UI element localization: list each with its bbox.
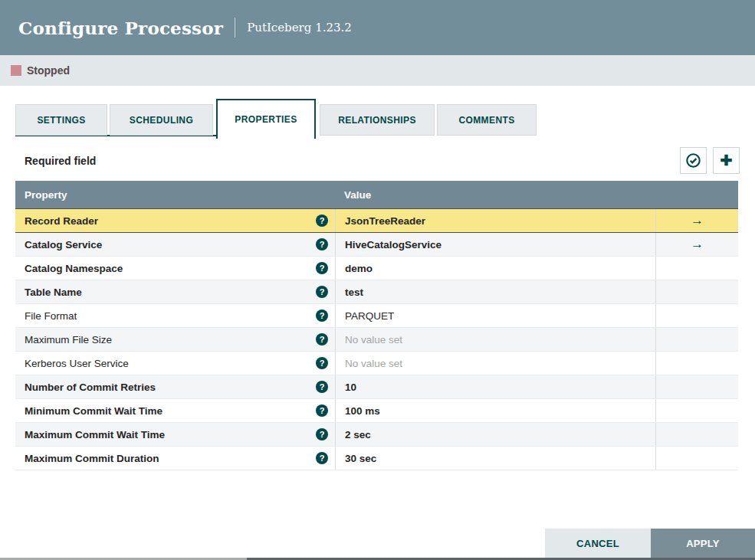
actions-cell: [655, 399, 738, 422]
property-row[interactable]: File Format?PARQUET: [15, 304, 738, 328]
property-value-cell[interactable]: 2 sec: [335, 423, 655, 446]
property-name-cell: Catalog Service?: [15, 233, 335, 256]
properties-table: Property Value Record Reader?JsonTreeRea…: [15, 181, 738, 470]
property-value-cell[interactable]: JsonTreeReader: [335, 209, 655, 232]
property-name: Maximum Commit Wait Time: [25, 429, 165, 440]
property-value-cell[interactable]: 30 sec: [335, 447, 655, 470]
property-value: JsonTreeReader: [345, 215, 425, 227]
property-value-cell[interactable]: demo: [335, 257, 655, 280]
tab-bar: SETTINGSSCHEDULINGPROPERTIESRELATIONSHIP…: [15, 99, 740, 139]
property-name-cell: Maximum Commit Duration?: [15, 447, 335, 470]
question-circle-icon[interactable]: ?: [316, 357, 328, 369]
property-name-cell: File Format?: [15, 304, 335, 327]
question-circle-icon[interactable]: ?: [316, 428, 328, 440]
property-row[interactable]: Minimum Commit Wait Time?100 ms: [15, 399, 738, 423]
property-name-cell: Number of Commit Retries?: [15, 375, 335, 398]
apply-button[interactable]: APPLY: [651, 529, 755, 558]
property-row[interactable]: Maximum File Size?No value set: [15, 328, 738, 352]
property-name: Catalog Namespace: [25, 263, 123, 274]
title-divider: [235, 18, 235, 38]
go-to-service-arrow-icon[interactable]: →: [691, 213, 704, 228]
property-name: Maximum File Size: [25, 334, 112, 345]
tab-settings[interactable]: SETTINGS: [15, 104, 107, 136]
actions-cell: [655, 257, 738, 280]
question-circle-icon[interactable]: ?: [316, 215, 328, 227]
property-row[interactable]: Maximum Commit Duration?30 sec: [15, 447, 738, 470]
processor-type-version: PutIceberg 1.23.2: [247, 21, 352, 34]
required-field-label: Required field: [15, 155, 96, 167]
actions-cell: →: [655, 233, 738, 256]
status-label: Stopped: [27, 64, 70, 77]
property-value: No value set: [345, 334, 402, 345]
tab-properties[interactable]: PROPERTIES: [216, 99, 316, 139]
property-name: Number of Commit Retries: [25, 382, 156, 393]
column-header-property: Property: [15, 181, 335, 208]
property-value-cell[interactable]: 100 ms: [335, 399, 655, 422]
actions-cell: [655, 328, 738, 351]
table-toolbar: Required field ✚: [15, 147, 740, 174]
property-name: Catalog Service: [25, 239, 102, 251]
property-value-cell[interactable]: No value set: [335, 328, 655, 351]
question-circle-icon[interactable]: ?: [316, 286, 328, 298]
question-circle-icon[interactable]: ?: [316, 333, 328, 345]
property-name: Minimum Commit Wait Time: [25, 405, 162, 417]
property-value: PARQUET: [345, 310, 394, 322]
actions-cell: →: [655, 209, 738, 232]
table-header-row: Property Value: [15, 181, 738, 208]
property-row[interactable]: Maximum Commit Wait Time?2 sec: [15, 423, 738, 447]
property-value: HiveCatalogService: [345, 239, 442, 251]
tab-relationships[interactable]: RELATIONSHIPS: [320, 104, 435, 136]
property-name-cell: Maximum Commit Wait Time?: [15, 423, 335, 446]
property-value: test: [345, 287, 363, 298]
property-row[interactable]: Kerberos User Service?No value set: [15, 352, 738, 375]
property-value: 10: [345, 382, 356, 393]
question-circle-icon[interactable]: ?: [316, 238, 328, 251]
property-name-cell: Kerberos User Service?: [15, 352, 335, 375]
verify-properties-button[interactable]: [680, 147, 707, 174]
property-name-cell: Minimum Commit Wait Time?: [15, 399, 335, 422]
property-value-cell[interactable]: test: [335, 280, 655, 303]
question-circle-icon[interactable]: ?: [316, 404, 328, 417]
actions-cell: [655, 375, 738, 398]
property-value: 30 sec: [345, 453, 376, 464]
tab-scheduling[interactable]: SCHEDULING: [110, 104, 213, 136]
property-row[interactable]: Catalog Namespace?demo: [15, 257, 738, 280]
property-row[interactable]: Table Name?test: [15, 280, 738, 304]
property-name-cell: Table Name?: [15, 280, 335, 303]
property-name-cell: Catalog Namespace?: [15, 257, 335, 280]
add-property-button[interactable]: ✚: [713, 147, 740, 174]
property-value-cell[interactable]: PARQUET: [335, 304, 655, 327]
property-value-cell[interactable]: 10: [335, 375, 655, 398]
property-value-cell[interactable]: HiveCatalogService: [335, 233, 655, 256]
property-name: Kerberos User Service: [25, 358, 129, 369]
check-circle-icon: [685, 152, 701, 169]
actions-cell: [655, 352, 738, 375]
property-value: demo: [345, 263, 373, 274]
configure-processor-dialog: Configure Processor PutIceberg 1.23.2 St…: [0, 0, 755, 560]
property-name: File Format: [25, 310, 77, 322]
property-value: 100 ms: [345, 405, 380, 417]
question-circle-icon[interactable]: ?: [316, 309, 328, 322]
column-header-value: Value: [335, 181, 655, 208]
property-value-cell[interactable]: No value set: [335, 352, 655, 375]
dialog-header: Configure Processor PutIceberg 1.23.2: [0, 0, 755, 55]
status-bar: Stopped: [0, 55, 755, 86]
property-row[interactable]: Catalog Service?HiveCatalogService→: [15, 233, 738, 257]
go-to-service-arrow-icon[interactable]: →: [691, 237, 704, 252]
actions-cell: [655, 280, 738, 303]
property-value: No value set: [345, 358, 402, 369]
dialog-title: Configure Processor: [18, 18, 223, 38]
question-circle-icon[interactable]: ?: [316, 262, 328, 274]
question-circle-icon[interactable]: ?: [316, 452, 328, 464]
question-circle-icon[interactable]: ?: [316, 381, 328, 393]
property-value: 2 sec: [345, 429, 371, 440]
property-name: Maximum Commit Duration: [25, 453, 159, 464]
property-row[interactable]: Number of Commit Retries?10: [15, 375, 738, 399]
cancel-button[interactable]: CANCEL: [545, 529, 651, 558]
property-name-cell: Maximum File Size?: [15, 328, 335, 351]
property-row[interactable]: Record Reader?JsonTreeReader→: [15, 208, 738, 233]
stopped-indicator-icon: [11, 65, 21, 76]
property-name: Record Reader: [25, 215, 98, 227]
tab-comments[interactable]: COMMENTS: [437, 104, 537, 136]
property-name-cell: Record Reader?: [15, 209, 335, 232]
